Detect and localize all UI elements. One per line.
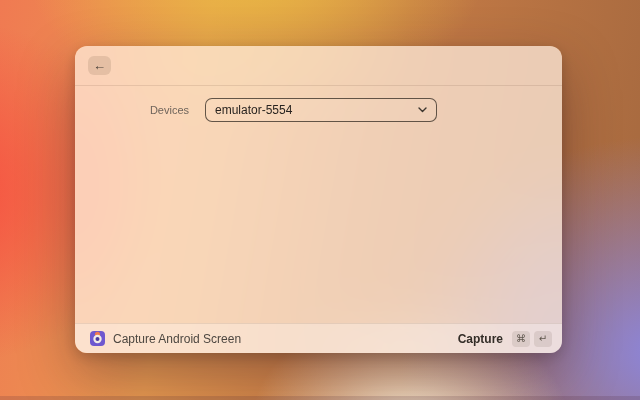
- capture-action-label: Capture: [458, 332, 503, 346]
- header-divider: [75, 85, 562, 86]
- chevron-down-icon: [418, 107, 427, 113]
- return-key-icon: ↵: [534, 331, 552, 347]
- devices-label: Devices: [75, 104, 189, 116]
- window-header: ←: [75, 46, 562, 85]
- arrow-left-icon: ←: [93, 59, 106, 72]
- capture-android-screen-app-icon: [90, 331, 105, 346]
- back-button[interactable]: ←: [88, 56, 111, 75]
- footer-bar: Capture Android Screen Capture ⌘ ↵: [75, 323, 562, 353]
- device-dropdown[interactable]: emulator-5554: [205, 98, 437, 122]
- raycast-window: ← Devices emulator-5554 Capture Android …: [75, 46, 562, 353]
- command-key-icon: ⌘: [512, 331, 530, 347]
- devices-form-row: Devices emulator-5554: [75, 98, 562, 122]
- device-dropdown-value: emulator-5554: [215, 103, 418, 117]
- command-title: Capture Android Screen: [113, 332, 241, 346]
- capture-action[interactable]: Capture ⌘ ↵: [458, 331, 552, 347]
